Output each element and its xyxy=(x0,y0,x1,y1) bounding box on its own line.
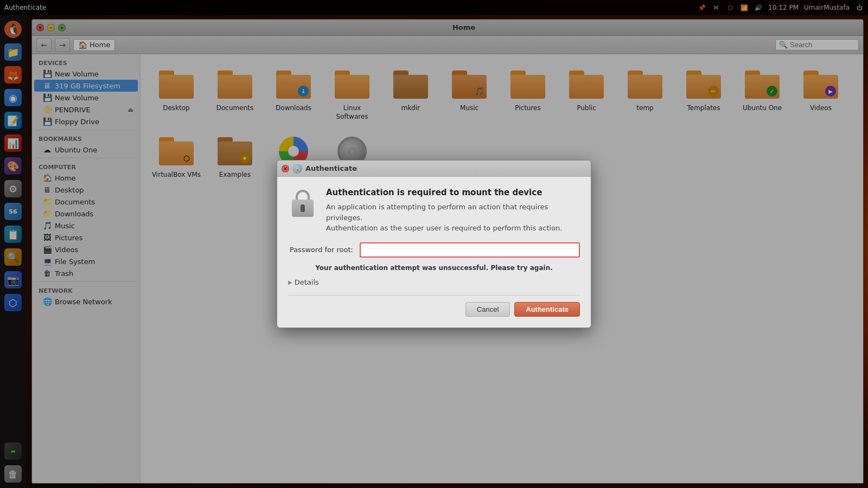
auth-dialog-title: Authenticate xyxy=(305,164,357,172)
lock-keyhole xyxy=(301,204,305,212)
auth-desc-line1: An application is attempting to perform … xyxy=(326,202,580,223)
authenticate-button[interactable]: Authenticate xyxy=(514,302,580,317)
auth-desc-line2: Authentication as the super user is requ… xyxy=(326,223,580,234)
auth-form: Password for root: Your authentication a… xyxy=(288,242,580,286)
auth-details-toggle[interactable]: ▶ Details xyxy=(288,278,580,286)
auth-lock-icon xyxy=(288,188,317,222)
cancel-button[interactable]: Cancel xyxy=(465,302,510,317)
auth-buttons: Cancel Authenticate xyxy=(288,295,580,317)
auth-header: Authentication is required to mount the … xyxy=(288,188,580,234)
auth-field-row: Password for root: xyxy=(288,242,580,258)
auth-error-message: Your authentication attempt was unsucces… xyxy=(288,264,580,272)
auth-dialog-titlebar: × 🔒 Authenticate xyxy=(277,160,591,177)
auth-password-input[interactable] xyxy=(360,242,580,258)
auth-heading: Authentication is required to mount the … xyxy=(326,188,580,197)
auth-text-block: Authentication is required to mount the … xyxy=(326,188,580,234)
auth-field-label: Password for root: xyxy=(288,246,353,254)
auth-dialog-content: Authentication is required to mount the … xyxy=(277,177,591,328)
auth-lock-titlebar-icon: 🔒 xyxy=(292,164,302,174)
auth-dialog: × 🔒 Authenticate Authentication is requi… xyxy=(277,160,591,328)
auth-details-label: Details xyxy=(295,278,319,286)
auth-close-button[interactable]: × xyxy=(282,165,289,172)
modal-overlay: × 🔒 Authenticate Authentication is requi… xyxy=(0,0,868,488)
lock-body xyxy=(292,190,314,217)
details-arrow-icon: ▶ xyxy=(288,279,292,285)
lock-padlock xyxy=(292,200,314,217)
lock-shackle xyxy=(296,190,310,200)
